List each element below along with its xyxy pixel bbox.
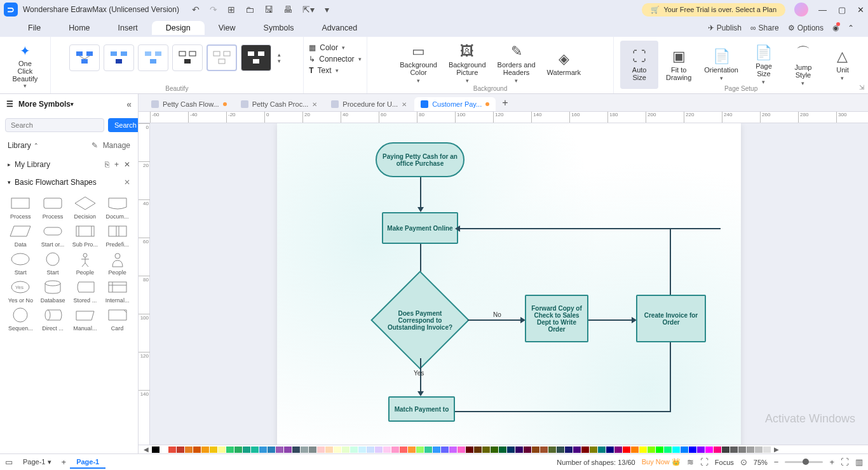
color-swatch[interactable] [466,446,473,453]
undo-icon[interactable]: ↶ [192,4,200,15]
unit-button[interactable]: △Unit▾ [824,41,862,89]
fit-to-drawing-button[interactable]: ▣Fit to Drawing [660,41,698,89]
color-swatch[interactable] [325,446,333,453]
add-page-icon[interactable]: + [62,457,67,467]
color-swatch[interactable] [342,446,349,453]
chevron-down-icon[interactable]: ▾ [8,179,11,185]
shape-card[interactable]: Card [102,306,133,332]
style-preset-4[interactable] [172,44,203,71]
color-swatch[interactable] [317,446,325,453]
trial-banner[interactable]: 🛒 Your Free Trial is over. Select a Plan [642,3,785,17]
color-swatch[interactable] [185,446,193,453]
shape-decision[interactable]: Decision [70,194,101,220]
shape-data[interactable]: Data [5,222,36,248]
flowchart-process-node[interactable]: Match Payment to [388,396,455,422]
copy-icon[interactable]: ⎘ [105,160,109,169]
color-swatch[interactable] [458,446,465,453]
my-library-label[interactable]: My Library [15,160,50,169]
color-swatch[interactable] [259,446,267,453]
color-swatch[interactable] [474,446,482,453]
shape-people[interactable]: People [70,250,101,276]
shape-manual[interactable]: Manual... [70,306,101,332]
open-icon[interactable]: 🗀 [245,4,254,15]
color-swatch[interactable] [234,446,242,453]
color-swatch[interactable] [441,446,449,453]
shape-internal[interactable]: Internal... [102,278,133,304]
connector-dropdown[interactable]: ↳Connector▾ [309,55,361,64]
shape-stored[interactable]: Stored ... [70,278,101,304]
menu-view[interactable]: View [205,21,250,35]
save-icon[interactable]: 🖫 [264,4,273,15]
page-tab-active[interactable]: Page-1 [70,456,105,469]
notifications-icon[interactable]: ◉ [832,24,839,32]
pages-list-icon[interactable]: ▭ [5,457,13,467]
style-gallery-more[interactable]: ▴▾ [275,51,288,64]
collapse-ribbon-icon[interactable]: ⌃ [848,24,854,32]
color-swatch[interactable] [540,446,548,453]
shape-process[interactable]: Process [5,194,36,220]
color-swatch[interactable] [648,446,655,453]
color-swatch[interactable] [515,446,523,453]
shape-subpro[interactable]: Sub Pro... [70,222,101,248]
page-select[interactable]: Page-1 ▾ [17,456,58,468]
color-swatch[interactable] [532,446,539,453]
color-swatch[interactable] [210,446,217,453]
color-swatch[interactable] [416,446,424,453]
close-tab-icon[interactable]: ✕ [402,101,407,108]
background-picture-button[interactable]: 🖼Background Picture▾ [444,41,491,86]
color-swatch[interactable] [722,446,729,453]
manage-link[interactable]: Manage [103,141,130,150]
color-swatch[interactable] [491,446,498,453]
color-swatch[interactable] [226,446,234,453]
color-swatch[interactable] [367,446,374,453]
color-swatch[interactable] [408,446,416,453]
doc-tab[interactable]: Customer Pay... [414,97,496,111]
doc-tab[interactable]: Petty Cash Proc...✕ [234,97,324,111]
orientation-button[interactable]: 📄Orientation▾ [699,41,743,89]
color-swatch[interactable] [557,446,564,453]
connector[interactable] [468,319,522,321]
color-swatch[interactable] [738,446,746,453]
text-dropdown[interactable]: TText▾ [309,66,361,75]
color-swatch[interactable] [168,446,176,453]
menu-file[interactable]: File [14,21,55,35]
color-swatch[interactable] [565,446,573,453]
color-swatch[interactable] [292,446,300,453]
buy-now-link[interactable]: Buy Now 👑 [642,458,681,466]
color-swatch[interactable] [623,446,630,453]
color-swatch[interactable] [243,446,250,453]
close-tab-icon[interactable]: ✕ [312,101,317,108]
focus-button[interactable]: Focus [715,459,734,466]
style-preset-5[interactable] [207,44,237,71]
color-swatch[interactable] [375,446,383,453]
color-swatch[interactable] [193,446,201,453]
color-swatch[interactable] [391,446,399,453]
redo-icon[interactable]: ↷ [210,4,217,15]
shape-people[interactable]: People [102,250,133,276]
color-swatch[interactable] [763,446,771,453]
canvas[interactable]: Paying Petty Cash for an office Purchase… [150,123,868,445]
color-swatch[interactable] [507,446,515,453]
borders-headers-button[interactable]: ✎Borders and Headers▾ [492,41,541,86]
color-swatch[interactable] [590,446,597,453]
shape-yesorno[interactable]: YesYes or No [5,278,36,304]
color-swatch[interactable] [631,446,639,453]
color-swatch[interactable] [251,446,259,453]
connector[interactable] [670,228,721,229]
shape-docum[interactable]: Docum... [102,194,133,220]
new-tab-button[interactable]: + [497,95,513,111]
zoom-out-icon[interactable]: − [774,457,779,467]
color-dropdown[interactable]: ▦Color▾ [309,43,361,52]
publish-button[interactable]: ✈Publish [708,24,742,32]
color-swatch[interactable] [218,446,226,453]
color-swatch[interactable] [573,446,581,453]
zoom-percent[interactable]: 75% [754,459,768,466]
export-icon[interactable]: ⇱▾ [302,4,315,15]
color-swatch[interactable] [284,446,292,453]
shape-process[interactable]: Process [37,194,69,220]
color-swatch[interactable] [614,446,622,453]
shape-startor[interactable]: Start or... [37,222,69,248]
doc-tab[interactable]: Procedure for U...✕ [325,97,413,111]
color-swatch[interactable] [730,446,738,453]
shape-sequen[interactable]: Sequen... [5,306,36,332]
